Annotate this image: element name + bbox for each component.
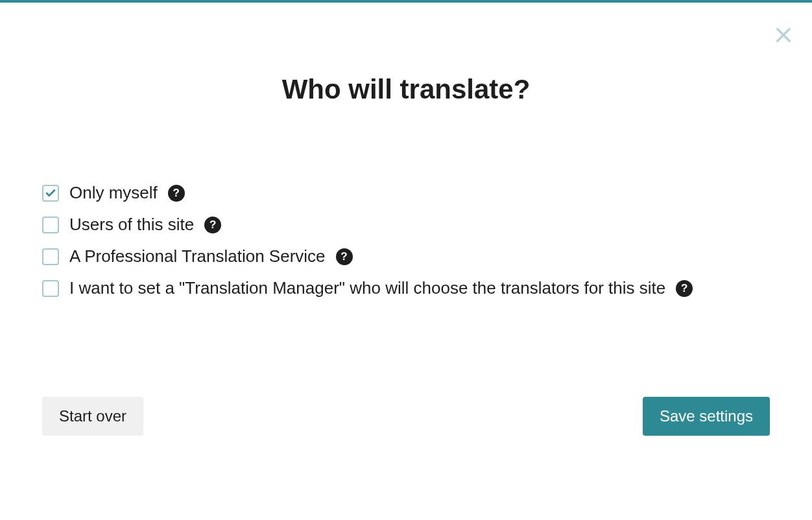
- help-icon[interactable]: ?: [168, 185, 185, 202]
- option-label: I want to set a "Translation Manager" wh…: [69, 278, 665, 298]
- option-translation-manager: I want to set a "Translation Manager" wh…: [42, 278, 770, 298]
- option-users-of-site: Users of this site ?: [42, 215, 770, 235]
- checkbox-translation-manager[interactable]: [42, 280, 59, 297]
- close-button[interactable]: [774, 26, 793, 44]
- option-only-myself: Only myself ?: [42, 183, 770, 203]
- option-professional-service: A Professional Translation Service ?: [42, 246, 770, 266]
- options-list: Only myself ? Users of this site ? A Pro…: [42, 183, 770, 298]
- dialog-content: Who will translate? Only myself ? Users …: [0, 3, 812, 298]
- help-icon[interactable]: ?: [204, 217, 221, 233]
- help-icon[interactable]: ?: [336, 248, 353, 265]
- save-settings-button[interactable]: Save settings: [643, 397, 770, 436]
- help-icon[interactable]: ?: [676, 280, 693, 297]
- close-icon: [774, 35, 793, 46]
- option-label: A Professional Translation Service: [69, 246, 326, 266]
- dialog-title: Who will translate?: [42, 74, 770, 105]
- button-row: Start over Save settings: [42, 397, 770, 436]
- checkbox-users-of-site[interactable]: [42, 217, 59, 233]
- checkbox-only-myself[interactable]: [42, 185, 59, 202]
- checkbox-professional-service[interactable]: [42, 248, 59, 265]
- start-over-button[interactable]: Start over: [42, 397, 143, 436]
- option-label: Only myself: [69, 183, 158, 203]
- option-label: Users of this site: [69, 215, 194, 235]
- check-icon: [45, 187, 56, 199]
